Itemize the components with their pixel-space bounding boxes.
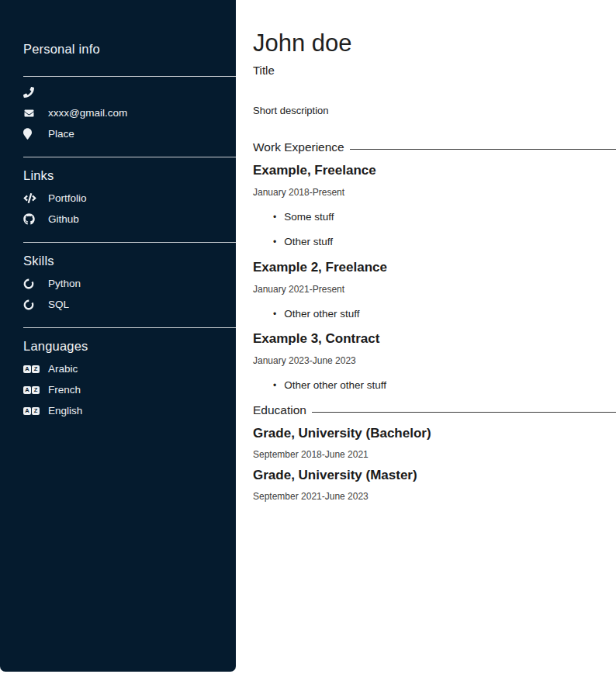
language-letter-a: A	[23, 407, 31, 415]
skill-item: SQL	[23, 299, 236, 310]
job-bullet-text: Some stuff	[284, 212, 334, 223]
language-label: Arabic	[48, 363, 78, 375]
job-bullet: • Some stuff	[273, 212, 616, 223]
email-label: xxxx@gmail.com	[48, 107, 127, 119]
job-title: Example 3, Contract	[253, 332, 616, 345]
language-label: English	[48, 405, 82, 416]
job-title: Example 2, Freelance	[253, 261, 616, 274]
job-bullet: • Other stuff	[273, 237, 616, 247]
divider	[23, 242, 236, 243]
person-description: Short description	[253, 105, 616, 116]
job-bullet: • Other other stuff	[273, 309, 616, 320]
divider	[23, 327, 236, 328]
envelope-icon	[23, 109, 39, 118]
language-icon: AZ	[23, 365, 39, 373]
job-title: Example, Freelance	[253, 164, 616, 177]
place-row: Place	[23, 128, 236, 140]
sidebar: Personal info xxxx@gmail.com Place Links…	[0, 0, 236, 672]
links-heading: Links	[23, 168, 236, 183]
circle-notch-icon	[23, 299, 39, 310]
languages-heading: Languages	[23, 339, 236, 354]
language-item: AZ English	[23, 405, 236, 416]
phone-icon	[23, 87, 39, 98]
language-letter-a: A	[23, 386, 31, 394]
language-letter-z: Z	[32, 365, 40, 373]
job-bullet-text: Other stuff	[284, 237, 333, 247]
education-entry-title: Grade, University (Master)	[253, 468, 616, 482]
language-item: AZ French	[23, 384, 236, 396]
bullet-icon: •	[273, 309, 276, 319]
divider	[23, 157, 236, 157]
bullet-icon: •	[273, 381, 276, 390]
skill-label: SQL	[48, 299, 69, 310]
section-rule	[312, 412, 616, 413]
bullet-icon: •	[273, 237, 276, 247]
work-experience-title: Work Experience	[253, 140, 344, 154]
language-icon: AZ	[23, 407, 39, 415]
resume-page: { "colors": { "sidebar_bg": "#051b2e", "…	[0, 0, 616, 674]
circle-notch-icon	[23, 278, 39, 289]
divider	[23, 76, 236, 77]
language-letter-z: Z	[32, 386, 40, 394]
portfolio-link[interactable]: Portfolio	[23, 192, 236, 204]
job-dates: January 2023-June 2023	[253, 356, 616, 365]
github-link[interactable]: Github	[23, 213, 236, 225]
skill-item: Python	[23, 278, 236, 289]
portfolio-label: Portfolio	[48, 192, 87, 204]
skills-heading: Skills	[23, 254, 236, 268]
job-bullet-text: Other other stuff	[284, 309, 359, 320]
language-letter-a: A	[23, 365, 31, 373]
github-icon	[23, 213, 39, 225]
skill-label: Python	[48, 278, 81, 289]
code-icon	[23, 193, 39, 203]
personal-info-heading: Personal info	[23, 42, 236, 57]
job-bullet: • Other other other stuff	[273, 380, 616, 391]
resume-body: John doe Title Short description Work Ex…	[253, 0, 616, 501]
education-entry-dates: September 2021-June 2023	[253, 492, 616, 501]
language-letter-z: Z	[32, 407, 40, 415]
education-entry-title: Grade, University (Bachelor)	[253, 427, 616, 440]
work-experience-section-heading: Work Experience	[253, 140, 616, 154]
section-rule	[350, 149, 616, 150]
person-name: John doe	[253, 29, 616, 57]
education-section-heading: Education	[253, 403, 616, 417]
email-row[interactable]: xxxx@gmail.com	[23, 107, 236, 119]
phone-row	[23, 86, 236, 98]
language-icon: AZ	[23, 386, 39, 394]
place-label: Place	[48, 128, 74, 140]
language-item: AZ Arabic	[23, 363, 236, 375]
bullet-icon: •	[273, 213, 276, 222]
location-pin-icon	[23, 128, 39, 140]
education-title: Education	[253, 403, 306, 417]
person-title: Title	[253, 64, 616, 77]
job-dates: January 2018-Present	[253, 188, 616, 197]
language-label: French	[48, 384, 81, 396]
job-dates: January 2021-Present	[253, 285, 616, 294]
github-label: Github	[48, 213, 79, 225]
education-entry-dates: September 2018-June 2021	[253, 450, 616, 459]
job-bullet-text: Other other other stuff	[284, 380, 386, 391]
